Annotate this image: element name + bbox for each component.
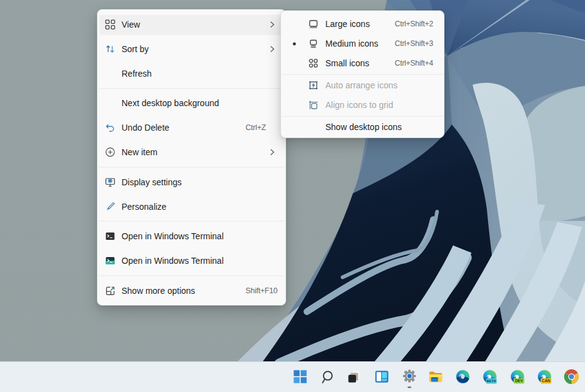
svg-text:CAN: CAN	[542, 379, 551, 383]
svg-text:DEV: DEV	[515, 379, 524, 383]
svg-text:BETA: BETA	[487, 379, 497, 383]
